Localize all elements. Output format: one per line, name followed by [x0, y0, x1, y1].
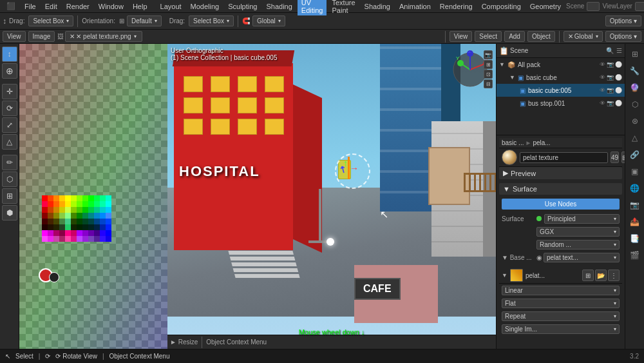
- select-box-btn[interactable]: Select Box ▾: [28, 15, 73, 26]
- color-swatch[interactable]: [53, 236, 59, 242]
- color-swatch[interactable]: [65, 207, 71, 213]
- props-view-layer-icon[interactable]: 📑: [627, 231, 643, 246]
- color-swatch[interactable]: [65, 219, 71, 224]
- image-selector[interactable]: ✕ ✕ pelat texture.png ▾: [65, 31, 142, 42]
- tool-scale[interactable]: ⤢: [2, 117, 17, 133]
- color-swatch[interactable]: [100, 201, 106, 207]
- color-swatch[interactable]: [88, 219, 94, 224]
- color-swatch[interactable]: [82, 236, 88, 242]
- color-swatch[interactable]: [42, 207, 48, 213]
- color-swatch[interactable]: [71, 213, 77, 219]
- color-swatch[interactable]: [88, 213, 94, 219]
- color-swatch[interactable]: [59, 213, 65, 219]
- color-swatch[interactable]: [59, 207, 65, 213]
- workspace-geometry[interactable]: Geometry: [526, 1, 565, 12]
- color-swatch[interactable]: [88, 236, 94, 242]
- color-swatch[interactable]: [71, 230, 77, 236]
- color-swatch[interactable]: [71, 236, 77, 242]
- breadcrumb-basic[interactable]: basic ...: [502, 139, 524, 146]
- color-swatch[interactable]: [48, 201, 53, 207]
- color-swatch[interactable]: [59, 224, 65, 230]
- color-swatch[interactable]: [59, 230, 65, 236]
- color-swatch[interactable]: [106, 230, 111, 236]
- color-swatch[interactable]: [42, 219, 48, 224]
- color-swatch[interactable]: [100, 195, 106, 201]
- mat-nodes-count[interactable]: 49: [611, 152, 619, 163]
- color-swatch[interactable]: [106, 213, 111, 219]
- props-material-icon[interactable]: 🔮: [627, 80, 643, 95]
- flat-dropdown[interactable]: Flat ▾: [502, 299, 620, 308]
- tool-select[interactable]: ↕: [2, 46, 17, 62]
- cam-zoom-btn[interactable]: ⊡: [484, 70, 493, 79]
- tool-transform[interactable]: △: [2, 134, 17, 150]
- vis-camera-busstop[interactable]: 📷: [607, 100, 614, 106]
- color-swatch[interactable]: [100, 207, 106, 213]
- color-swatch[interactable]: [48, 195, 53, 201]
- color-swatch[interactable]: [94, 207, 100, 213]
- linear-dropdown[interactable]: Linear ▾: [502, 286, 620, 295]
- color-swatch[interactable]: [42, 230, 48, 236]
- color-swatch[interactable]: [82, 230, 88, 236]
- color-swatch[interactable]: [94, 213, 100, 219]
- color-swatch[interactable]: [88, 195, 94, 201]
- surface-header[interactable]: ▼ Surface: [499, 183, 622, 195]
- color-swatch[interactable]: [77, 207, 82, 213]
- blender-logo[interactable]: ⬛: [3, 1, 19, 12]
- color-swatch[interactable]: [106, 236, 111, 242]
- menu-render[interactable]: Render: [62, 1, 93, 12]
- color-swatch[interactable]: [48, 236, 53, 242]
- color-swatch[interactable]: [59, 195, 65, 201]
- color-swatch[interactable]: [94, 236, 100, 242]
- menu-window[interactable]: Window: [95, 1, 128, 12]
- 3d-object-menu[interactable]: Object: [527, 31, 555, 42]
- color-swatch[interactable]: [106, 207, 111, 213]
- props-texture-icon[interactable]: ⬡: [627, 97, 643, 112]
- 3d-options-btn[interactable]: Options ▾: [605, 31, 641, 42]
- color-swatch[interactable]: [65, 230, 71, 236]
- color-swatch[interactable]: [94, 195, 100, 201]
- color-swatch[interactable]: [88, 224, 94, 230]
- vis-eye-busstop[interactable]: 👁: [600, 100, 605, 106]
- 3d-add-menu[interactable]: Add: [504, 31, 525, 42]
- color-swatch[interactable]: [48, 207, 53, 213]
- breadcrumb-pelat[interactable]: pela...: [533, 139, 550, 146]
- tex-open-btn[interactable]: 📂: [595, 270, 607, 281]
- secondary-color[interactable]: [49, 272, 59, 282]
- outliner-search-icon[interactable]: 🔍: [606, 47, 614, 54]
- color-swatch[interactable]: [65, 195, 71, 201]
- color-swatch[interactable]: [71, 195, 77, 201]
- vis-eye-basiccube005[interactable]: 👁: [600, 87, 605, 93]
- color-swatch[interactable]: [77, 236, 82, 242]
- global-btn[interactable]: Global ▾: [252, 15, 285, 26]
- color-swatch[interactable]: [100, 224, 106, 230]
- outliner-filter-icon[interactable]: ☰: [616, 47, 622, 54]
- color-swatch[interactable]: [42, 213, 48, 219]
- vis-camera-basiccube[interactable]: 📷: [607, 74, 614, 81]
- color-swatch[interactable]: [94, 224, 100, 230]
- props-render-icon[interactable]: 📷: [627, 197, 643, 213]
- principled-dropdown[interactable]: Principled ▾: [544, 214, 620, 224]
- tex-more-btn[interactable]: ⋮: [608, 270, 620, 281]
- cam-frame-btn[interactable]: ⊟: [484, 79, 493, 88]
- ggx-dropdown[interactable]: GGX ▾: [536, 227, 620, 237]
- vis-render-allpack[interactable]: ⚪: [615, 61, 622, 68]
- color-swatch[interactable]: [82, 201, 88, 207]
- repeat-dropdown[interactable]: Repeat ▾: [502, 311, 620, 321]
- tool-annotate[interactable]: ✏: [2, 155, 17, 170]
- image-menu[interactable]: Image: [28, 31, 55, 42]
- color-swatch[interactable]: [77, 213, 82, 219]
- props-world-icon[interactable]: 🌐: [627, 181, 643, 196]
- tool-rotate[interactable]: ⟳: [2, 101, 17, 116]
- workspace-uv-editing[interactable]: UV Editing: [298, 0, 327, 15]
- color-swatch[interactable]: [77, 195, 82, 201]
- tool-add[interactable]: ⊞: [2, 188, 17, 204]
- vis-eye-allpack[interactable]: 👁: [600, 61, 605, 68]
- props-modifier-icon[interactable]: 🔧: [627, 63, 643, 79]
- context-menu-btn[interactable]: Object Context Menu: [206, 338, 267, 346]
- color-swatch[interactable]: [94, 230, 100, 236]
- color-swatch[interactable]: [94, 201, 100, 207]
- vis-camera-allpack[interactable]: 📷: [607, 61, 614, 68]
- workspace-rendering[interactable]: Rendering: [436, 1, 477, 12]
- preview-header[interactable]: ▶ Preview: [499, 167, 622, 179]
- color-swatch[interactable]: [48, 224, 53, 230]
